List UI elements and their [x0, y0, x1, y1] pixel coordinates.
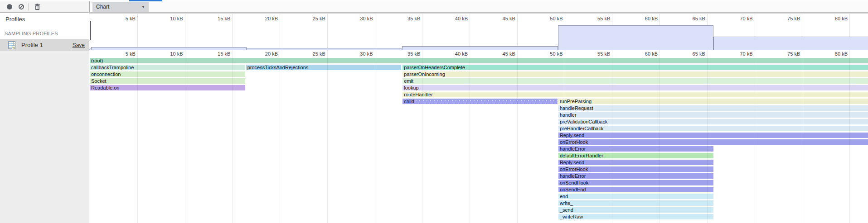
flame-bar[interactable]: _writeRaw: [558, 214, 714, 219]
delete-profile-button[interactable]: [31, 2, 43, 12]
flame-bar[interactable]: Readable.on: [90, 85, 245, 90]
flame-ruler-tick-label: 45 kB: [489, 51, 515, 57]
flame-bar[interactable]: preHandlerCallback: [558, 126, 868, 131]
flame-ruler-tick-label: 25 kB: [299, 51, 325, 57]
flame-bar[interactable]: parserOnIncoming: [402, 71, 868, 77]
trash-icon: [34, 4, 40, 10]
flame-bar[interactable]: parserOnHeadersComplete: [402, 65, 868, 70]
flame-bar[interactable]: Socket: [90, 78, 245, 84]
overview-tick-label: 5 kB: [109, 16, 136, 21]
sampling-profiles-section-label: SAMPLING PROFILES: [5, 31, 58, 36]
flame-chart: (root)callbackTrampolineprocessTicksAndR…: [89, 58, 868, 223]
overview-gridline: [280, 14, 280, 49]
flame-ruler-tick-label: 55 kB: [584, 51, 610, 57]
view-mode-dropdown[interactable]: Chart ▼: [92, 2, 149, 12]
flame-ruler-tick-label: 70 kB: [727, 51, 753, 57]
overview-gridline: [185, 14, 185, 49]
overview-drag-handle[interactable]: [90, 21, 91, 40]
flame-ruler-tick-label: 75 kB: [774, 51, 800, 57]
flame-bar[interactable]: handler: [558, 112, 868, 118]
overview-tick-label: 25 kB: [299, 16, 325, 21]
profile-name: Profile 1: [21, 42, 43, 48]
devtools-profiler-window: Chart ▼ Profiles SAMPLING PROFILES Profi…: [0, 0, 868, 223]
overview-area-segment: [713, 37, 868, 50]
flame-ruler-tick-label: 50 kB: [537, 51, 563, 57]
flame-bar[interactable]: handleRequest: [558, 105, 868, 111]
flame-bar[interactable]: runPreParsing: [558, 99, 868, 104]
flame-ruler-tick-label: 80 kB: [821, 51, 848, 57]
overview-area-segment: [91, 47, 247, 50]
flame-bar[interactable]: onconnection: [90, 71, 245, 77]
flame-ruler-tick-label: 35 kB: [394, 51, 420, 57]
overview-gridline: [327, 14, 328, 49]
save-profile-link[interactable]: Save: [73, 42, 85, 48]
flame-ruler-tick-label: 20 kB: [252, 51, 278, 57]
flame-bar[interactable]: emit: [402, 78, 868, 84]
flame-bar[interactable]: handleError: [558, 146, 714, 152]
flame-bar[interactable]: processTicksAndRejections: [246, 65, 402, 70]
flame-bar[interactable]: onErrorHook: [558, 139, 868, 145]
overview-area-segment: [558, 25, 714, 50]
overview-tick-label: 55 kB: [584, 16, 610, 21]
flame-bar[interactable]: callbackTrampoline: [90, 65, 245, 70]
overview-tick-label: 50 kB: [537, 16, 563, 21]
flame-bar[interactable]: defaultErrorHandler: [558, 153, 714, 158]
flame-bar[interactable]: Reply.send: [558, 133, 868, 138]
flame-bar[interactable]: _send: [558, 207, 714, 213]
view-mode-value: Chart: [96, 4, 109, 10]
flame-bar[interactable]: preValidationCallback: [558, 119, 868, 124]
sidebar-item-profile-1[interactable]: Profile 1 Save: [0, 39, 89, 51]
overview-tick-label: 75 kB: [774, 16, 800, 21]
overview-gridline: [375, 14, 375, 49]
overview-tick-label: 65 kB: [679, 16, 705, 21]
overview-gridline: [470, 14, 470, 49]
flame-chart-ruler: 5 kB10 kB15 kB20 kB25 kB30 kB35 kB40 kB4…: [89, 50, 868, 58]
overview-gridline: [137, 14, 138, 49]
flame-ruler-tick-label: 15 kB: [204, 51, 230, 57]
allocation-overview[interactable]: 5 kB10 kB15 kB20 kB25 kB30 kB35 kB40 kB4…: [89, 14, 868, 50]
chart-pane-toolbar: Chart ▼: [89, 1, 868, 13]
toolbar-separator: [28, 3, 29, 10]
record-button[interactable]: [4, 2, 15, 12]
overview-tick-label: 10 kB: [157, 16, 183, 21]
flame-ruler-tick-label: 30 kB: [347, 51, 373, 57]
flame-bar[interactable]: (root): [90, 58, 868, 63]
overview-tick-label: 15 kB: [204, 16, 230, 21]
flame-ruler-tick-label: 5 kB: [109, 51, 136, 57]
overview-tick-label: 40 kB: [441, 16, 468, 21]
clear-button[interactable]: [15, 2, 27, 12]
record-icon: [7, 4, 12, 9]
flame-bar[interactable]: end: [558, 194, 714, 199]
flame-bar[interactable]: onErrorHook: [558, 166, 714, 172]
flame-bar[interactable]: routeHandler: [402, 92, 868, 97]
overview-tick-label: 60 kB: [631, 16, 658, 21]
overview-gridline: [232, 14, 233, 49]
overview-gridline: [422, 14, 422, 49]
overview-tick-label: 80 kB: [821, 16, 848, 21]
flame-ruler-tick-label: 60 kB: [631, 51, 658, 57]
overview-area-segment: [402, 46, 558, 50]
flame-bar[interactable]: write_: [558, 200, 714, 206]
flame-bar[interactable]: handleError: [558, 173, 714, 179]
profiles-sidebar: Profiles SAMPLING PROFILES Profile 1 Sav…: [0, 13, 89, 223]
overview-tick-label: 20 kB: [252, 16, 278, 21]
flame-ruler-tick-label: 65 kB: [679, 51, 705, 57]
flame-bar[interactable]: onSendHook: [558, 180, 714, 185]
flame-bar[interactable]: lookup: [402, 85, 868, 90]
profile-document-icon: [8, 41, 15, 49]
flame-bar[interactable]: Reply.send: [558, 160, 714, 165]
sidebar-empty-area: [0, 51, 89, 223]
chevron-down-icon: ▼: [141, 5, 145, 9]
flame-bar[interactable]: onSendEnd: [558, 187, 714, 192]
sidebar-heading: Profiles: [5, 16, 25, 23]
profiles-toolbar: [0, 1, 89, 13]
flame-bar[interactable]: child: [402, 99, 557, 104]
overview-gridline: [517, 14, 518, 49]
flame-ruler-tick-label: 10 kB: [157, 51, 183, 57]
overview-tick-label: 70 kB: [727, 16, 753, 21]
block-icon: [19, 4, 24, 9]
flame-ruler-tick-label: 40 kB: [441, 51, 468, 57]
overview-tick-label: 45 kB: [489, 16, 515, 21]
overview-tick-label: 35 kB: [394, 16, 420, 21]
overview-tick-label: 30 kB: [347, 16, 373, 21]
